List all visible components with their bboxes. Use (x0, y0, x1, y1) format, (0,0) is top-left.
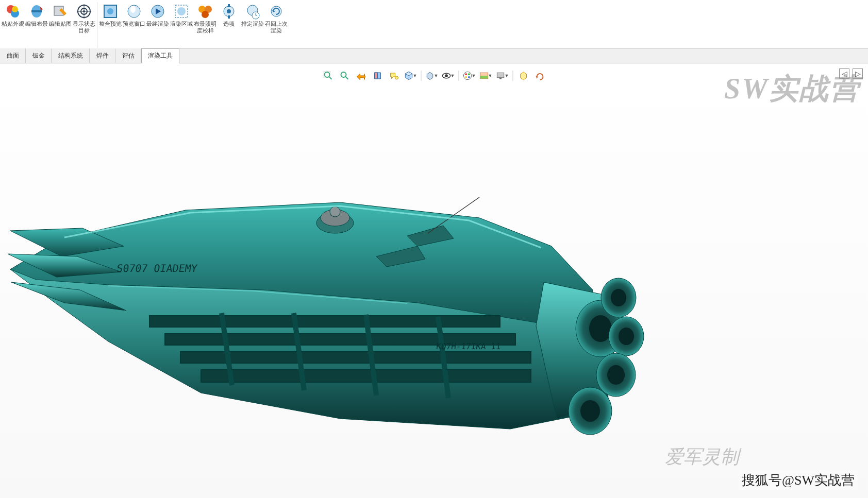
scene-light-icon (197, 3, 213, 20)
svg-point-14 (130, 6, 136, 13)
options-icon (221, 3, 237, 20)
tb-recall-render[interactable]: 召回上次渲染 (264, 2, 288, 48)
final-render-icon (149, 3, 166, 20)
svg-point-43 (589, 315, 612, 342)
watermark-bottom-mid: 爱军灵制 (665, 444, 739, 470)
svg-point-49 (607, 365, 625, 385)
svg-rect-67 (497, 73, 504, 78)
heads-up-toolbar: ▼ ▼ ▼ ▼ ▼ ▼ (320, 68, 548, 83)
integrated-preview-icon (102, 3, 119, 20)
target-icon (76, 3, 92, 20)
svg-point-62 (468, 73, 470, 75)
edit-appearance-button[interactable]: ▼ (462, 70, 477, 82)
tab-weldment[interactable]: 焊件 (90, 48, 115, 63)
svg-point-52 (325, 72, 330, 77)
tb-label: 显示状态目标 (73, 21, 95, 34)
tb-label: 粘贴外观 (2, 21, 24, 27)
tb-preview-window[interactable]: 预览窗口 (122, 2, 146, 48)
tb-scene-illumination[interactable]: 布景照明度校样 (193, 2, 217, 48)
view-settings-button[interactable]: ▼ (495, 70, 510, 82)
zoom-fit-button[interactable] (321, 70, 336, 82)
tb-edit-scene[interactable]: 编辑布景 (25, 2, 48, 48)
render-region-icon (173, 3, 190, 20)
svg-point-45 (611, 289, 626, 306)
tb-label: 预览窗口 (123, 21, 145, 27)
svg-line-56 (346, 77, 348, 79)
tb-label: 最终渲染 (146, 21, 169, 27)
tb-label: 排定渲染 (241, 21, 264, 27)
svg-rect-66 (480, 76, 488, 79)
recall-icon (268, 3, 285, 20)
view-orientation-button[interactable]: ▼ (404, 70, 418, 82)
tb-label: 布景照明度校样 (194, 21, 216, 34)
watermark-top-right: SW实战营 (724, 70, 860, 109)
svg-point-57 (395, 76, 398, 79)
graphics-viewport[interactable]: S0707 OIADEMY KO7H-17IKA 11 (0, 63, 868, 498)
tab-surface[interactable]: 曲面 (0, 48, 26, 63)
dynamic-annotation-button[interactable] (387, 70, 402, 82)
tb-final-render[interactable]: 最终渲染 (146, 2, 170, 48)
svg-point-17 (177, 7, 186, 15)
hide-show-button[interactable]: ▼ (441, 70, 456, 82)
hull-text-front: S0707 OIADEMY (116, 262, 198, 274)
tab-structure[interactable]: 结构系统 (52, 48, 90, 63)
paste-icon (5, 3, 21, 20)
command-manager-tabs: 曲面 钣金 结构系统 焊件 评估 渲染工具 (0, 49, 868, 63)
tb-schedule-render[interactable]: 排定渲染 (241, 2, 264, 48)
previous-view-button[interactable] (354, 70, 369, 82)
svg-point-51 (580, 400, 600, 422)
svg-rect-33 (201, 370, 531, 382)
schedule-icon (244, 3, 261, 20)
tb-render-region[interactable]: 渲染区域 (170, 2, 193, 48)
svg-point-22 (227, 9, 231, 13)
svg-rect-24 (228, 15, 230, 19)
svg-rect-4 (31, 10, 42, 12)
tab-sheetmetal[interactable]: 钣金 (26, 48, 52, 63)
section-view-button[interactable] (371, 70, 385, 82)
svg-point-20 (202, 11, 209, 18)
svg-point-63 (465, 76, 467, 78)
svg-point-60 (463, 72, 471, 79)
apply-scene-button[interactable]: ▼ (479, 70, 493, 82)
svg-point-64 (468, 76, 470, 78)
svg-rect-30 (149, 316, 500, 327)
svg-point-61 (465, 73, 467, 75)
edit-scene-icon (28, 3, 45, 20)
svg-point-47 (619, 328, 634, 345)
tb-label: 渲染区域 (170, 21, 193, 27)
tb-paste-appearance[interactable]: 粘贴外观 (1, 2, 25, 48)
svg-point-12 (107, 8, 113, 14)
model-spaceship: S0707 OIADEMY KO7H-17IKA 11 (5, 182, 675, 470)
tb-show-state[interactable]: 显示状态目标 (72, 2, 96, 48)
svg-rect-68 (499, 78, 502, 79)
svg-point-59 (445, 74, 448, 77)
svg-point-2 (12, 6, 18, 12)
preview-window-icon (126, 3, 142, 20)
svg-point-55 (341, 72, 346, 77)
tb-label: 整合预览 (99, 21, 122, 27)
rotate-view-button[interactable] (533, 70, 547, 82)
watermark-bottom-right: 搜狐号@SW实战营 (739, 470, 858, 490)
tb-integrated-preview[interactable]: 整合预览 (98, 2, 122, 48)
svg-rect-23 (228, 4, 230, 7)
tab-evaluate[interactable]: 评估 (115, 48, 141, 63)
svg-point-40 (330, 207, 340, 217)
tb-options[interactable]: 选项 (217, 2, 241, 48)
tb-label: 编辑布景 (25, 21, 48, 27)
zoom-area-button[interactable] (338, 70, 352, 82)
render-region-button[interactable] (516, 70, 531, 82)
edit-decal-icon (52, 3, 69, 20)
tab-render-tools[interactable]: 渲染工具 (141, 48, 179, 63)
tb-edit-decal[interactable]: 编辑贴图 (48, 2, 72, 48)
svg-rect-32 (180, 352, 531, 363)
tb-label: 选项 (223, 21, 235, 27)
display-style-button[interactable]: ▼ (425, 70, 439, 82)
main-toolbar: 粘贴外观 编辑布景 编辑贴图 显示状态目标 整合预览 预览窗口 最终渲染 (0, 0, 868, 49)
tb-label: 编辑贴图 (49, 21, 72, 27)
hull-text-rear: KO7H-17IKA 11 (436, 341, 501, 351)
tb-label: 召回上次渲染 (265, 21, 288, 34)
